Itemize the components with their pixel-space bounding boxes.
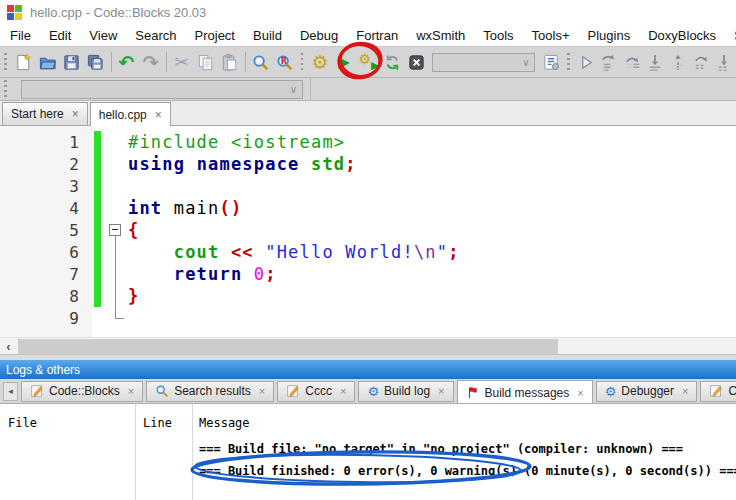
open-file-button[interactable] [36, 49, 60, 75]
cut-button[interactable]: ✂ [170, 49, 194, 75]
log-tab-label: Cccc [305, 384, 332, 398]
fold-margin [104, 131, 128, 153]
redo-button[interactable]: ↷ [139, 49, 163, 75]
fold-margin [104, 197, 128, 219]
code-completion-scope-select[interactable]: ∨ [21, 80, 303, 99]
tabs-scroll-left-button[interactable]: ◂ [3, 382, 18, 401]
rebuild-button[interactable] [380, 49, 404, 75]
menu-edit[interactable]: Edit [40, 26, 80, 45]
scrollbar-thumb[interactable] [18, 339, 558, 354]
code-line[interactable]: 9 [0, 307, 736, 329]
menu-project[interactable]: Project [186, 26, 244, 45]
line-number: 1 [0, 133, 92, 152]
next-line-button[interactable] [621, 49, 644, 75]
log-tab-debugger[interactable]: ⚙Debugger× [596, 381, 698, 402]
close-icon[interactable]: × [128, 385, 134, 397]
menu-view[interactable]: View [80, 26, 126, 45]
next-line-icon [623, 53, 642, 72]
fold-margin[interactable] [104, 219, 128, 241]
toolbar-divider [310, 78, 311, 101]
save-all-button[interactable] [84, 49, 108, 75]
code-line[interactable]: 2using namespace std; [0, 153, 736, 175]
build-target-select[interactable]: ∨ [432, 53, 535, 72]
log-tab-cppcheck-[interactable]: CppCheck/ [700, 381, 736, 402]
close-icon[interactable]: × [340, 385, 346, 397]
menu-tools[interactable]: Tools [474, 26, 522, 45]
editor-horizontal-scrollbar[interactable]: ‹ [0, 337, 736, 354]
compiler-log-button[interactable] [539, 49, 563, 75]
paste-button[interactable] [218, 49, 242, 75]
change-bar [92, 263, 104, 285]
close-icon[interactable]: × [438, 385, 444, 397]
run-to-cursor-button[interactable] [598, 49, 621, 75]
toolbar-grip-icon[interactable] [4, 53, 7, 71]
menu-settings[interactable]: Settings [725, 26, 736, 45]
close-icon[interactable]: × [682, 385, 688, 397]
menu-search[interactable]: Search [126, 26, 185, 45]
code-line[interactable]: 6 cout << "Hello World!\n"; [0, 241, 736, 263]
column-header-file[interactable]: File [8, 416, 37, 430]
editor-tab-hello-cpp[interactable]: hello.cpp× [90, 102, 171, 126]
build-and-run-button[interactable]: ⚙▶ [356, 49, 380, 75]
logs-tab-strip: ◂ Code::Blocks×Search results×Cccc×⚙Buil… [0, 379, 736, 404]
code-line[interactable]: 5{ [0, 219, 736, 241]
toolbar-grip-icon[interactable] [301, 53, 304, 71]
column-header-message[interactable]: Message [199, 416, 250, 430]
next-instruction-button[interactable] [690, 49, 713, 75]
build-message-row[interactable]: === Build file: "no target" in "no proje… [199, 442, 683, 456]
abort-button[interactable] [404, 49, 428, 75]
menu-wxsmith[interactable]: wxSmith [407, 26, 474, 45]
build-message-row[interactable]: === Build finished: 0 error(s), 0 warnin… [199, 464, 736, 478]
editor-tab-start-here[interactable]: Start here× [2, 102, 88, 125]
title-bar: hello.cpp - Code::Blocks 20.03 [0, 0, 736, 24]
menu-doxyblocks[interactable]: DoxyBlocks [639, 26, 725, 45]
window-title: hello.cpp - Code::Blocks 20.03 [30, 5, 206, 20]
save-icon [62, 53, 81, 72]
change-bar [92, 241, 104, 263]
close-icon[interactable]: × [155, 109, 162, 121]
close-icon[interactable]: × [72, 108, 79, 120]
close-icon[interactable]: × [259, 385, 265, 397]
code-editor[interactable]: 1#include <iostream>2using namespace std… [0, 126, 736, 337]
step-out-button[interactable] [667, 49, 690, 75]
menu-debug[interactable]: Debug [291, 26, 347, 45]
gear-icon: ⚙ [367, 385, 379, 398]
log-tab-cccc[interactable]: Cccc× [277, 381, 355, 402]
close-icon[interactable]: × [577, 387, 583, 399]
code-line[interactable]: 4int main() [0, 197, 736, 219]
build-button[interactable]: ⚙ [308, 49, 332, 75]
step-into-instruction-button[interactable] [713, 49, 736, 75]
run-button[interactable]: ▶ [332, 49, 356, 75]
menu-build[interactable]: Build [244, 26, 291, 45]
menu-plugins[interactable]: Plugins [579, 26, 640, 45]
next-instruction-icon [692, 53, 711, 72]
menu-tools-[interactable]: Tools+ [523, 26, 579, 45]
new-file-button[interactable] [12, 49, 36, 75]
menu-fortran[interactable]: Fortran [347, 26, 407, 45]
undo-button[interactable]: ↶ [115, 49, 139, 75]
scrollbar-left-arrow-icon[interactable]: ‹ [0, 338, 17, 354]
log-tab-search-results[interactable]: Search results× [146, 381, 274, 402]
line-number: 6 [0, 243, 92, 262]
log-tab-build-log[interactable]: ⚙Build log× [358, 381, 453, 402]
menu-file[interactable]: File [1, 26, 40, 45]
code-line[interactable]: 1#include <iostream> [0, 131, 736, 153]
toolbar-grip-icon[interactable] [567, 53, 570, 71]
code-line[interactable]: 3 [0, 175, 736, 197]
log-tab-code-blocks[interactable]: Code::Blocks× [21, 381, 143, 402]
code-line[interactable]: 8} [0, 285, 736, 307]
debug-continue-button[interactable] [575, 49, 598, 75]
log-tab-build-messages[interactable]: Build messages× [457, 380, 593, 404]
toolbar-grip-icon[interactable] [4, 80, 7, 98]
copy-button[interactable] [194, 49, 218, 75]
save-button[interactable] [60, 49, 84, 75]
column-divider[interactable] [135, 404, 136, 500]
find-button[interactable] [249, 49, 273, 75]
column-header-line[interactable]: Line [143, 416, 172, 430]
step-into-button[interactable] [644, 49, 667, 75]
replace-button[interactable]: R [273, 49, 297, 75]
fold-collapse-icon[interactable] [109, 224, 121, 236]
column-divider[interactable] [192, 404, 193, 500]
code-line[interactable]: 7 return 0; [0, 263, 736, 285]
toolbar-separator [166, 52, 167, 72]
